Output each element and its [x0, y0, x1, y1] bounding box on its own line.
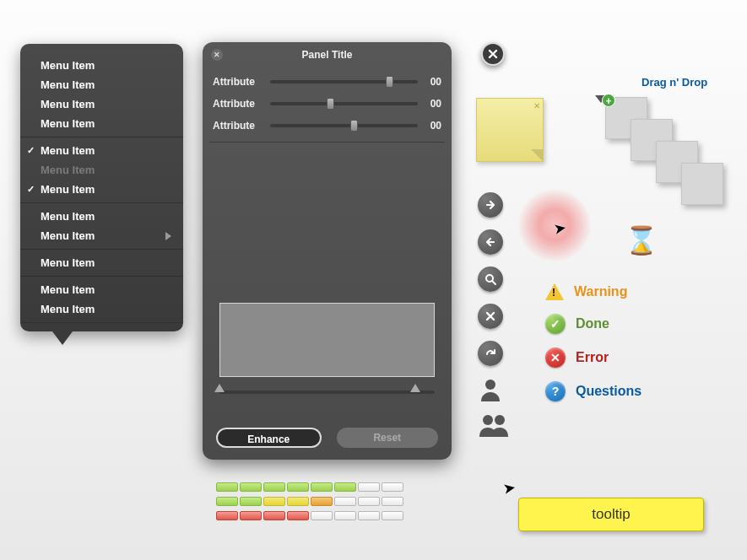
redo-button[interactable]	[478, 341, 503, 366]
window-close-button[interactable]	[481, 42, 505, 66]
attribute-value: 00	[425, 98, 441, 110]
progress-segment	[334, 482, 356, 492]
menu-item[interactable]: Menu Item	[20, 56, 183, 75]
menu-item[interactable]: Menu Item	[20, 207, 183, 226]
search-button[interactable]	[478, 267, 503, 292]
menu-item-checked[interactable]: Menu Item	[20, 180, 183, 199]
attribute-slider[interactable]	[270, 80, 418, 83]
progress-bar	[216, 482, 403, 492]
range-handle-high[interactable]	[410, 384, 420, 392]
progress-segment	[358, 511, 380, 520]
progress-bar	[216, 497, 403, 506]
status-question: ? Questions	[545, 381, 641, 401]
progress-segment	[334, 511, 356, 520]
attribute-slider[interactable]	[270, 102, 418, 105]
cancel-button[interactable]	[478, 304, 503, 329]
attribute-label: Attribute	[213, 76, 263, 88]
svg-line-3	[492, 281, 495, 284]
panel-title: ✕ Panel Title	[209, 49, 445, 61]
status-done: ✓ Done	[545, 314, 641, 334]
range-slider[interactable]	[219, 390, 435, 394]
progress-segment	[287, 482, 309, 492]
attribute-slider[interactable]	[270, 124, 418, 127]
arrow-right-button[interactable]	[478, 192, 503, 218]
sticky-close-icon[interactable]: ✕	[533, 101, 540, 110]
drag-n-drop: Drag n' Drop +	[595, 76, 739, 210]
menu-item[interactable]: Menu Item	[20, 94, 183, 114]
progress-segment	[311, 497, 333, 506]
menu-item[interactable]: Menu Item	[20, 253, 183, 272]
preview-area	[219, 303, 435, 377]
icon-column	[478, 192, 510, 437]
tooltip: tooltip	[518, 498, 704, 531]
error-icon: ✕	[545, 347, 566, 368]
warning-icon: !	[545, 283, 564, 300]
status-label: Error	[576, 350, 609, 365]
progress-bars	[216, 482, 403, 520]
attribute-label: Attribute	[213, 98, 263, 110]
menu-item-disabled: Menu Item	[20, 160, 183, 180]
progress-segment	[287, 497, 309, 506]
status-error: ✕ Error	[545, 347, 641, 368]
attribute-row: Attribute 00	[209, 71, 445, 93]
arrow-left-button[interactable]	[478, 229, 503, 255]
menu-item-submenu[interactable]: Menu Item	[20, 226, 183, 245]
status-list: ! Warning ✓ Done ✕ Error ? Questions	[545, 283, 641, 401]
menu-item[interactable]: Menu Item	[20, 299, 183, 319]
tooltip-text: tooltip	[592, 506, 630, 523]
hourglass-icon: ⌛	[625, 224, 658, 256]
reset-button[interactable]: Reset	[337, 428, 439, 448]
svg-point-7	[483, 415, 493, 425]
search-icon	[484, 272, 497, 286]
menu-item[interactable]: Menu Item	[20, 114, 183, 133]
drag-card[interactable]	[681, 163, 723, 205]
menu-item[interactable]: Menu Item	[20, 280, 183, 299]
sticky-note[interactable]: ✕	[476, 98, 544, 162]
done-icon: ✓	[545, 314, 566, 334]
panel-close-button[interactable]: ✕	[211, 49, 223, 61]
dragndrop-title: Drag n' Drop	[641, 76, 739, 89]
svg-point-8	[495, 415, 505, 425]
progress-segment	[240, 482, 262, 492]
redo-icon	[484, 347, 497, 360]
arrow-right-icon	[484, 199, 496, 211]
close-icon	[487, 48, 499, 60]
context-menu: Menu Item Menu Item Menu Item Menu Item …	[20, 44, 183, 331]
click-ping: ➤	[518, 189, 591, 261]
status-label: Done	[576, 316, 609, 331]
progress-segment	[240, 497, 262, 506]
status-label: Questions	[576, 384, 641, 399]
progress-segment	[311, 511, 333, 520]
progress-segment	[358, 497, 380, 506]
cursor-icon: ➤	[552, 218, 568, 239]
status-warning: ! Warning	[545, 283, 641, 300]
progress-segment	[263, 511, 285, 520]
progress-segment	[382, 497, 403, 506]
menu-item-checked[interactable]: Menu Item	[20, 141, 183, 160]
add-icon: +	[602, 94, 615, 107]
progress-segment	[263, 482, 285, 492]
range-handle-low[interactable]	[214, 384, 225, 392]
attribute-row: Attribute 00	[209, 93, 445, 115]
person-icon	[478, 378, 510, 401]
progress-segment	[216, 511, 238, 520]
progress-segment	[240, 511, 262, 520]
question-icon: ?	[545, 381, 566, 401]
arrow-left-icon	[484, 236, 496, 248]
enhance-button[interactable]: Enhance	[216, 428, 322, 448]
people-icon	[478, 413, 510, 437]
progress-segment	[311, 482, 333, 492]
sticky-resize-corner[interactable]	[531, 149, 543, 161]
status-label: Warning	[574, 284, 627, 299]
progress-segment	[287, 511, 309, 520]
control-panel: ✕ Panel Title Attribute 00 Attribute 00 …	[203, 42, 452, 460]
attribute-value: 00	[425, 76, 441, 88]
menu-item[interactable]: Menu Item	[20, 75, 183, 94]
progress-segment	[382, 482, 403, 492]
progress-segment	[382, 511, 403, 520]
attribute-label: Attribute	[213, 120, 263, 132]
progress-segment	[334, 497, 356, 506]
cursor-icon: ➤	[503, 479, 516, 498]
progress-bar	[216, 511, 403, 520]
menu-tail	[52, 331, 73, 345]
